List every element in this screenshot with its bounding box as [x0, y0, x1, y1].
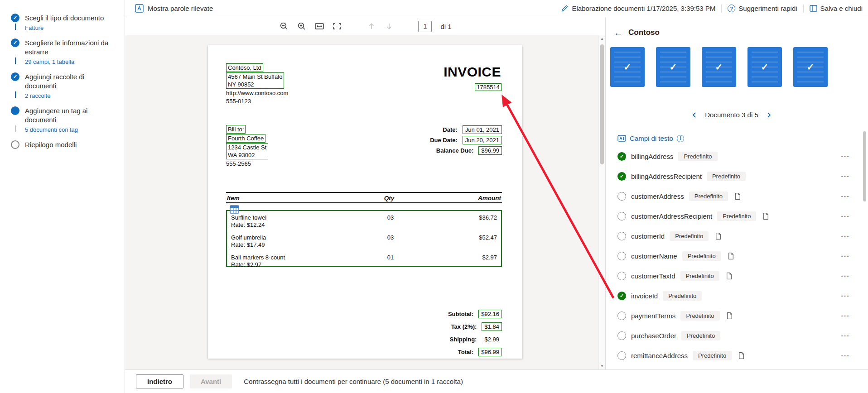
scrollbar-up-icon[interactable]: ▲	[599, 37, 605, 41]
sidebar-step[interactable]: Aggiungere un tag ai documenti 5 documen…	[11, 106, 125, 140]
field-more-options-button[interactable]: ···	[841, 332, 850, 340]
field-more-options-button[interactable]: ···	[841, 272, 850, 280]
line-item-rate: Rate: $12.24	[231, 221, 497, 229]
scrollbar-down-icon[interactable]: ▼	[599, 364, 605, 368]
fit-page-button[interactable]	[332, 21, 342, 32]
text-fields-section-label: Campi di testo	[630, 134, 673, 142]
document-thumbnail[interactable]: ✓	[793, 47, 828, 87]
sidebar-step[interactable]: ✓ Scegli il tipo di documento Fatture	[11, 14, 125, 38]
invoice-company-website: http://www.contoso.com	[226, 89, 288, 97]
document-page-icon[interactable]	[726, 312, 733, 320]
field-row[interactable]: customerAddressRecipient Predefinito ···	[606, 206, 868, 226]
field-row[interactable]: customerName Predefinito ···	[606, 246, 868, 266]
next-button-disabled[interactable]: Avanti	[190, 374, 232, 388]
show-detected-words-toggle[interactable]: Mostra parole rilevate	[135, 4, 213, 13]
text-fields-section-header[interactable]: Campi di testo i	[617, 134, 868, 142]
panel-scrollbar-thumb[interactable]	[863, 131, 866, 201]
document-page-icon[interactable]	[725, 272, 733, 280]
step-title: Scegli il tipo di documento	[25, 14, 110, 23]
field-more-options-button[interactable]: ···	[841, 252, 850, 260]
field-more-options-button[interactable]: ···	[841, 212, 850, 220]
step-sub-link[interactable]: 29 campi, 1 tabella	[25, 58, 110, 65]
col-header-amount: Amount	[478, 195, 501, 201]
invoice-company-block: Contoso, Ltd 4567 Main St Buffalo NY 908…	[226, 63, 288, 105]
document-thumbnail[interactable]: ✓	[610, 47, 645, 87]
fit-width-button[interactable]	[314, 21, 325, 32]
invoice-total-row: Total: $96.99	[448, 348, 502, 356]
sidebar-step[interactable]: Riepilogo modelli	[11, 140, 125, 157]
field-more-options-button[interactable]: ···	[841, 153, 850, 160]
field-row[interactable]: customerId Predefinito ···	[606, 226, 868, 246]
field-row[interactable]: remittanceAddress Predefinito ···	[606, 345, 868, 365]
field-row[interactable]: paymentTerms Predefinito ···	[606, 306, 868, 326]
page-number-input[interactable]	[418, 21, 432, 32]
step-body: Aggiungi raccolte di documenti 2 raccolt…	[25, 72, 110, 99]
invoice-line-item: Golf umbrella Rate: $17.49 03 $52.47	[231, 234, 497, 249]
document-viewer: di 1 Contoso, Ltd 4567 Main St Buffalo N…	[125, 17, 605, 369]
scrollbar-thumb[interactable]	[600, 44, 604, 164]
zoom-out-button[interactable]	[279, 21, 289, 32]
line-item-name: Ball markers 8-count	[231, 254, 497, 261]
document-page-icon[interactable]	[727, 252, 735, 260]
field-row[interactable]: ✓ billingAddressRecipient Predefinito ··…	[606, 166, 868, 186]
table-extraction-icon[interactable]	[230, 205, 239, 215]
field-name: remittanceAddress	[631, 352, 688, 359]
field-untagged-circle-icon	[617, 212, 626, 220]
previous-document-button[interactable]	[691, 112, 698, 118]
field-more-options-button[interactable]: ···	[841, 192, 850, 200]
field-type-badge: Predefinito	[707, 172, 746, 181]
field-more-options-button[interactable]: ···	[841, 292, 850, 300]
field-row[interactable]: customerAddress Predefinito ···	[606, 186, 868, 206]
sidebar-step[interactable]: ✓ Scegliere le informazioni da estrarre …	[11, 38, 125, 72]
line-item-amount: $2.97	[482, 254, 497, 261]
field-name: billingAddress	[631, 153, 673, 160]
document-page-icon[interactable]	[734, 192, 742, 200]
step-sub-link[interactable]: 5 documenti con tag	[25, 126, 110, 133]
document-processing-title[interactable]: Elaborazione documenti 1/17/2025, 3:39:5…	[561, 5, 715, 12]
field-more-options-button[interactable]: ···	[841, 352, 850, 359]
field-row[interactable]: purchaseOrder Predefinito ···	[606, 326, 868, 345]
document-thumbnail[interactable]: ✓	[747, 47, 782, 87]
document-page-icon[interactable]	[762, 212, 770, 220]
quick-tips-button[interactable]: ? Suggerimenti rapidi	[728, 5, 797, 12]
back-button[interactable]: Indietro	[136, 374, 183, 388]
zoom-in-button[interactable]	[296, 21, 307, 32]
fields-panel: ← Contoso ✓ ✓ ✓ ✓ ✓ Documento 3 di 5	[605, 17, 868, 369]
help-icon: ?	[728, 5, 735, 12]
document-thumbnail[interactable]: ✓	[702, 47, 736, 87]
thumbnail-check-icon: ✓	[793, 47, 828, 87]
invoice-meta-block: Date: Jun 01, 2021 Due Date: Jun 20, 202…	[430, 125, 502, 157]
invoice-meta-row: Balance Due: $96.99	[430, 146, 502, 155]
step-body: Aggiungere un tag ai documenti 5 documen…	[25, 106, 110, 133]
next-page-button[interactable]	[384, 21, 395, 32]
document-page-icon[interactable]	[738, 352, 745, 359]
detected-value-box: $96.99	[478, 348, 502, 356]
invoice-page[interactable]: Contoso, Ltd 4567 Main St Buffalo NY 908…	[208, 45, 522, 359]
info-icon[interactable]: i	[677, 135, 684, 142]
sidebar-step[interactable]: ✓ Aggiungi raccolte di documenti 2 racco…	[11, 72, 125, 106]
viewer-scrollbar[interactable]: ▲ ▼	[598, 35, 605, 369]
field-row[interactable]: customerTaxId Predefinito ···	[606, 266, 868, 286]
field-more-options-button[interactable]: ···	[841, 173, 850, 180]
step-rail: ✓	[11, 38, 19, 65]
next-document-button[interactable]	[766, 112, 772, 118]
field-tagged-check-icon: ✓	[617, 172, 626, 181]
fit-page-icon	[333, 23, 342, 30]
previous-page-button[interactable]	[366, 21, 377, 32]
field-more-options-button[interactable]: ···	[841, 312, 850, 320]
field-row[interactable]: ✓ invoiceId Predefinito ···	[606, 286, 868, 306]
back-arrow-button[interactable]: ←	[614, 28, 623, 37]
field-row[interactable]: ✓ billingAddress Predefinito ···	[606, 146, 868, 166]
invoice-total-row: Tax (2%): $1.84	[448, 322, 502, 331]
content-area: di 1 Contoso, Ltd 4567 Main St Buffalo N…	[125, 17, 868, 369]
save-and-close-button[interactable]: Salva e chiudi	[810, 5, 863, 12]
field-more-options-button[interactable]: ···	[841, 232, 850, 240]
thumbnail-check-icon: ✓	[610, 47, 645, 87]
step-sub-link[interactable]: Fatture	[25, 24, 110, 31]
field-untagged-circle-icon	[617, 192, 626, 201]
panel-scrollbar[interactable]	[863, 126, 867, 365]
document-page-icon[interactable]	[714, 232, 722, 240]
document-thumbnail[interactable]: ✓	[656, 47, 690, 87]
field-name: billingAddressRecipient	[631, 173, 702, 180]
step-sub-link[interactable]: 2 raccolte	[25, 92, 110, 99]
